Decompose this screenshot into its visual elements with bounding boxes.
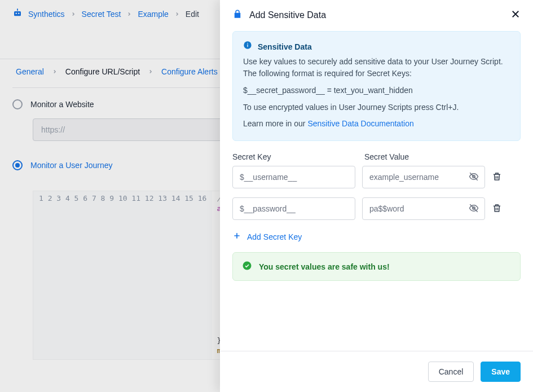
breadcrumb-item-synthetics[interactable]: Synthetics [28,10,65,19]
svg-point-1 [16,13,17,14]
radio-label-monitor-user-journey: Monitor a User Journey [30,161,113,170]
chevron-right-icon [52,69,58,74]
secret-value-text: pa$$word [369,204,469,213]
cancel-button[interactable]: Cancel [428,362,474,382]
panel-footer: Cancel Save [220,351,533,392]
chevron-right-icon [148,69,153,74]
url-placeholder-text: https:// [41,125,65,134]
safe-message-box: You secret values are safe with us! [232,252,521,281]
tab-general[interactable]: General [16,67,44,76]
secret-key-input[interactable]: $__username__ [232,166,355,188]
close-button[interactable] [510,9,521,21]
delete-row-button[interactable] [492,171,502,183]
plus-icon [232,231,241,242]
secret-value-text: example_username [369,173,469,182]
secret-row: $__password__ pa$$word [232,197,521,220]
svg-rect-0 [14,11,21,16]
eye-off-icon[interactable] [469,171,479,183]
add-secret-key-button[interactable]: Add Secret Key [232,229,521,252]
info-box: Sensitive Data Use key values to securel… [232,31,521,141]
secret-key-text: $__username__ [240,173,349,182]
chevron-right-icon [174,11,180,17]
code-gutter: 1 2 3 4 5 6 7 8 9 10 11 12 13 14 15 16 [33,191,212,359]
tab-configure-alerts[interactable]: Configure Alerts [161,67,218,76]
secret-row: $__username__ example_username [232,166,521,188]
breadcrumb-item-secrettest[interactable]: Secret Test [82,10,121,19]
svg-point-4 [17,8,18,10]
radio-monitor-user-journey[interactable] [12,160,23,170]
radio-label-monitor-website: Monitor a Website [30,100,94,109]
secret-key-input[interactable]: $__password__ [232,197,355,220]
breadcrumb-item-example[interactable]: Example [138,10,168,19]
safe-message-text: You secret values are safe with us! [259,262,390,271]
info-heading: Sensitive Data [258,41,312,54]
delete-row-button[interactable] [492,203,502,215]
save-button[interactable]: Save [481,362,521,382]
robot-icon [12,8,23,20]
secret-value-input[interactable]: example_username [362,166,485,188]
info-learn-link[interactable]: Sensitive Data Documentation [307,119,413,128]
secret-key-text: $__password__ [240,204,349,213]
svg-point-2 [18,13,19,14]
secret-key-label: Secret Key [232,152,355,161]
secret-value-label: Secret Value [364,152,521,161]
chevron-right-icon [126,11,132,17]
add-secret-key-label: Add Secret Key [247,232,302,241]
breadcrumb-item-edit: Edit [186,10,199,19]
info-icon [243,41,252,54]
svg-rect-7 [247,43,248,43]
radio-monitor-website[interactable] [12,99,23,109]
sensitive-data-panel: Add Sensitive Data Sensitive Data Use ke… [220,0,533,392]
info-learn-prefix: Learn more in our [243,119,307,128]
eye-off-icon[interactable] [469,203,479,215]
panel-title: Add Sensitive Data [249,10,504,20]
info-body1: Use key values to securely add sensitive… [243,57,503,78]
chevron-right-icon [71,11,76,17]
check-circle-icon [242,261,252,272]
secret-value-input[interactable]: pa$$word [362,197,485,220]
info-body2: To use encrypted values in User Journey … [243,102,510,114]
svg-rect-6 [247,45,248,47]
tab-configure-url-script[interactable]: Configure URL/Script [65,67,140,76]
info-example: $__secret_password__ = text_you_want_hid… [243,85,510,97]
lock-icon [232,9,243,21]
